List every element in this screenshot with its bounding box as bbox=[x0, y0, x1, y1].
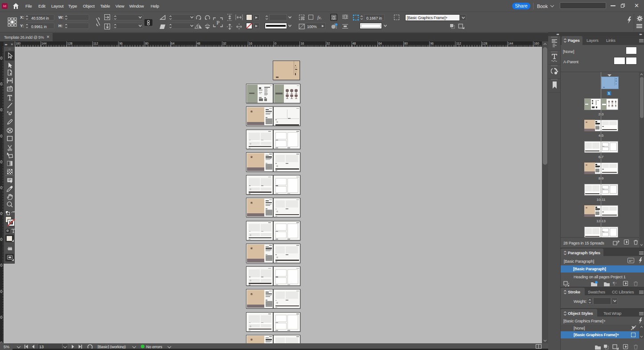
svg-text:P: P bbox=[216, 19, 219, 26]
